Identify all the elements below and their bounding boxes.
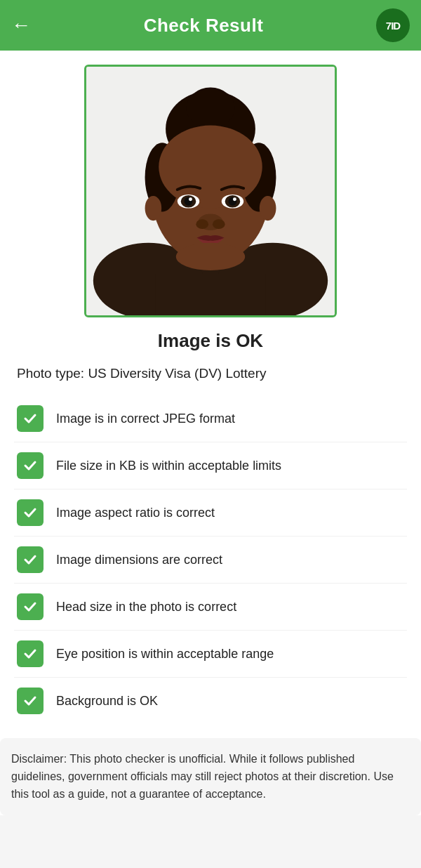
svg-point-24 [145,196,162,221]
disclaimer-text: Disclaimer: This photo checker is unoffi… [11,753,394,800]
check-icon-6 [17,640,44,667]
check-label-6: Eye position is within acceptable range [56,647,274,662]
photo-frame [84,65,337,317]
svg-point-22 [213,219,225,229]
svg-point-21 [196,219,208,229]
svg-rect-4 [155,274,265,315]
list-item: Image dimensions are correct [14,537,407,584]
list-item: Head size in the photo is correct [14,584,407,631]
app-logo: 7ID [376,8,410,42]
svg-point-19 [233,197,236,201]
svg-point-23 [176,243,245,270]
svg-point-11 [159,126,262,209]
list-item: Image aspect ratio is correct [14,489,407,537]
disclaimer-box: Disclaimer: This photo checker is unoffi… [0,738,421,815]
list-item: Image is in correct JPEG format [14,395,407,442]
checklist: Image is in correct JPEG format File siz… [14,395,407,724]
main-content: Image is OK Photo type: US Diversity Vis… [0,51,421,815]
check-icon-4 [17,546,44,573]
check-icon-7 [17,688,44,714]
check-icon-1 [17,405,44,432]
list-item: File size in KB is within acceptable lim… [14,442,407,489]
check-icon-5 [17,593,44,620]
check-label-7: Background is OK [56,694,158,709]
check-icon-2 [17,452,44,479]
photo-type-label: Photo type: US Diversity Visa (DV) Lotte… [14,366,407,381]
back-button[interactable]: ← [11,15,31,35]
svg-point-25 [260,196,276,221]
check-label-3: Image aspect ratio is correct [56,506,215,520]
app-header: ← Check Result 7ID [0,0,421,51]
svg-point-15 [189,197,192,201]
check-label-4: Image dimensions are correct [56,553,222,567]
check-icon-3 [17,499,44,526]
check-label-5: Head size in the photo is correct [56,600,236,614]
photo-container [14,65,407,317]
passport-photo [86,67,335,315]
list-item: Eye position is within acceptable range [14,631,407,678]
list-item: Background is OK [14,678,407,724]
check-label-1: Image is in correct JPEG format [56,412,235,426]
svg-point-8 [187,88,235,129]
check-label-2: File size in KB is within acceptable lim… [56,459,281,473]
page-title: Check Result [31,15,376,37]
image-status: Image is OK [14,330,407,352]
